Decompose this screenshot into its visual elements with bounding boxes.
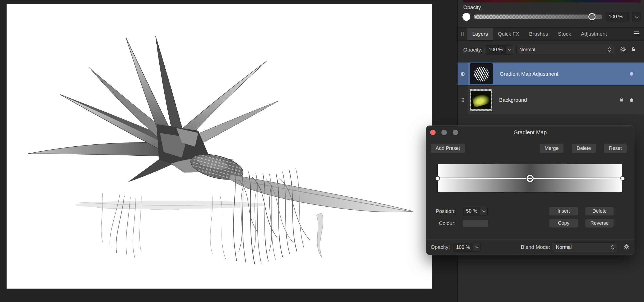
layer-thumbnail-adjustment[interactable] [470,63,493,84]
position-value-box[interactable]: 50 % [463,207,488,215]
opacity-slider-fill [474,15,602,19]
dialog-opacity-label: Opacity: [431,244,450,250]
tab-layers[interactable]: Layers [467,28,493,40]
chevron-down-icon[interactable] [473,243,480,251]
stop-colour-swatch[interactable] [463,220,488,227]
layers-opacity-label: Opacity: [463,47,482,53]
delete-stop-button[interactable]: Delete [585,207,614,215]
corn-artwork [7,4,432,289]
zoom-button[interactable] [453,130,458,135]
up-down-chevrons-icon [608,47,611,52]
chevron-down-icon [635,14,639,20]
chevron-down-icon[interactable] [480,207,487,215]
opacity-dropdown-button[interactable] [632,12,641,21]
layer-name: Background [499,97,527,103]
layer-name: Gradient Map Adjustment [500,71,558,77]
app-window: Opacity 100 % Layers [0,0,644,302]
tab-adjustment[interactable]: Adjustment [576,28,612,40]
gradient-preview-strip[interactable] [463,0,641,2]
drag-dots-icon [461,98,464,102]
copy-stop-button[interactable]: Copy [549,219,578,227]
dialog-opacity-box[interactable]: 100 % [453,243,481,252]
merge-button[interactable]: Merge [540,144,564,153]
reset-button[interactable]: Reset [604,144,627,153]
layers-list: Gradient Map Adjustment Background [458,62,644,115]
layer-edit-dot[interactable] [630,72,633,76]
lock-icon [619,97,624,103]
corn-thumbnail-blob [472,93,490,108]
background-photo [471,91,491,109]
gradient-stop-left[interactable] [435,176,440,181]
colour-label: Colour: [426,219,456,227]
layer-edit-dot[interactable] [630,98,633,102]
dialog-header[interactable]: Gradient Map [426,126,634,139]
gear-icon [620,46,626,53]
gear-icon [623,244,629,251]
opacity-value: 100 % [606,14,625,20]
layers-lock-button[interactable] [631,47,636,53]
lock-icon [631,47,636,53]
position-label: Position: [426,207,456,215]
document-canvas[interactable] [7,4,432,289]
gradient-map-dialog: Gradient Map Add Preset Merge Delete Res… [426,126,634,255]
opacity-slider[interactable] [474,15,602,19]
delete-button[interactable]: Delete [572,144,596,153]
opacity-value-box[interactable]: 100 % [606,12,629,21]
layers-settings-button[interactable] [620,46,626,53]
panel-tabbar: Layers Quick FX Brushes Stock Adjustment [458,28,644,41]
layer-gutter[interactable] [458,86,468,115]
hamburger-icon [634,31,640,37]
dialog-blend-mode-dropdown[interactable]: Normal [553,242,617,252]
opacity-slider-handle[interactable] [588,13,596,20]
gradient-map-swirl-icon [474,66,489,82]
tab-quick-fx[interactable]: Quick FX [493,28,524,40]
gradient-stop-middle[interactable] [527,175,534,182]
dialog-title: Gradient Map [513,129,547,136]
opacity-label: Opacity [463,4,481,10]
panel-drag-handle[interactable] [458,28,467,40]
gradient-editor [438,164,623,193]
layers-options-row: Opacity: 100 % Normal [458,41,644,59]
layer-gutter[interactable] [458,62,468,85]
chevron-down-icon[interactable] [505,45,513,54]
blend-mode-label: Blend Mode: [521,244,550,250]
layer-lock-button[interactable] [619,97,624,103]
tab-stock[interactable]: Stock [553,28,576,40]
layers-opacity-box[interactable]: 100 % [486,45,513,55]
layer-thumbnail-background[interactable] [470,89,492,111]
dialog-settings-button[interactable] [623,244,629,251]
insert-stop-button[interactable]: Insert [549,207,578,215]
up-down-chevrons-icon [611,245,614,250]
layers-blend-mode-dropdown[interactable]: Normal [516,45,614,55]
minimize-button[interactable] [441,130,447,135]
close-button[interactable] [430,130,436,135]
reverse-button[interactable]: Reverse [585,219,614,227]
add-preset-button[interactable]: Add Preset [431,144,465,153]
gradient-stop-right[interactable] [620,176,625,181]
panel-menu-button[interactable] [629,28,644,40]
layer-row-gradient-map[interactable]: Gradient Map Adjustment [458,62,644,86]
colour-panel-section: Opacity 100 % [458,0,644,28]
adjustment-toggle-icon [461,72,465,76]
layer-row-background[interactable]: Background [458,86,644,115]
tab-brushes[interactable]: Brushes [524,28,553,40]
current-colour-swatch[interactable] [462,13,470,21]
